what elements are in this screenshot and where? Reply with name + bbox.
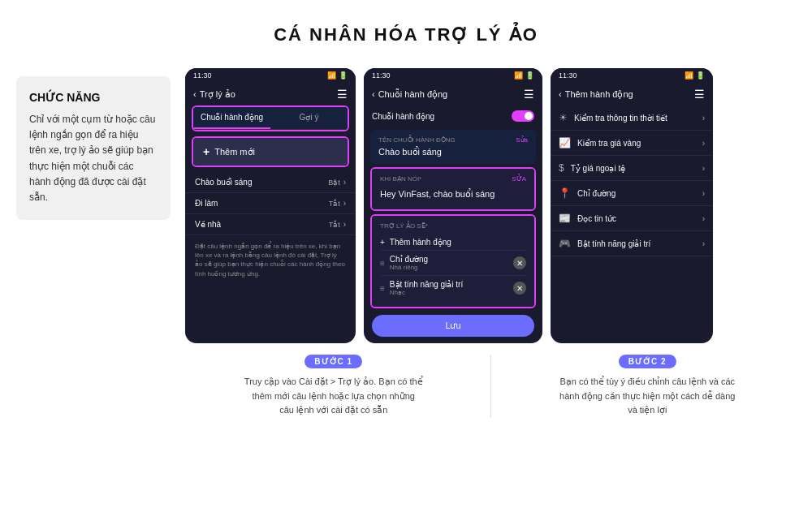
phone1-status-bar: 11:30 📶 🔋 (185, 68, 356, 83)
step2-description: Bạn có thể tùy ý điều chỉnh câu lệnh và … (558, 375, 736, 418)
chain-name-value: Chào buổi sáng (378, 147, 528, 157)
action-list-item[interactable]: 📰 Đọc tin tức › (551, 206, 713, 231)
gold-icon: 📈 (559, 137, 571, 148)
toggle-switch[interactable] (512, 110, 534, 122)
actions-highlight: TRỢ LÝ ẢO SẼ* + Thêm hành động ≡ Chỉ đườ… (370, 214, 536, 308)
step-2: BƯỚC 2 Bạn có thể tùy ý điều chỉnh câu l… (499, 355, 797, 418)
action-list-item[interactable]: $ Tỷ giá ngoại tệ › (551, 156, 713, 181)
trigger-value: Hey VinFast, chào buổi sáng (380, 186, 526, 203)
chain-name-section: TÊN CHUỖI HÀNH ĐỘNG Sửa Chào buổi sáng (370, 130, 536, 164)
page-title: CÁ NHÂN HÓA TRỢ LÝ ẢO (16, 24, 796, 45)
phone1-tabs: Chuỗi hành động Gợi ý (193, 107, 348, 130)
phone3-header: ‹ Thêm hành động ☰ (551, 83, 713, 105)
phone2-back[interactable]: ‹ Chuỗi hành động (372, 89, 447, 100)
back-icon: ‹ (372, 89, 375, 99)
actions-title: TRỢ LÝ ẢO SẼ* (380, 222, 526, 230)
drag-icon: ≡ (380, 284, 385, 293)
tab-suggest[interactable]: Gợi ý (270, 107, 348, 129)
phone2-status-bar: 11:30 📶 🔋 (364, 68, 542, 83)
phone1-time: 11:30 (193, 71, 212, 80)
action-item-2: ≡ Bật tính năng giải trí Nhạc ✕ (380, 275, 526, 300)
chevron-icon: › (343, 178, 346, 187)
chevron-icon: › (343, 220, 346, 229)
phone2: 11:30 📶 🔋 ‹ Chuỗi hành động ☰ (364, 68, 542, 343)
phone2-time: 11:30 (372, 71, 391, 80)
chevron-icon: › (702, 214, 705, 223)
chevron-icon: › (702, 164, 705, 173)
chevron-icon: › (343, 199, 346, 208)
trigger-highlight: KHI BẠN NÓI* Sửa Hey VinFast, chào buổi … (370, 167, 536, 211)
directions-icon: 📍 (559, 187, 571, 199)
phone3-back[interactable]: ‹ Thêm hành động (559, 89, 633, 100)
phone3-status-bar: 11:30 📶 🔋 (551, 68, 713, 83)
page-container: CÁ NHÂN HÓA TRỢ LÝ ẢO CHỨC NĂNG Chỉ với … (0, 0, 812, 442)
chevron-icon: › (702, 189, 705, 198)
phone2-header: ‹ Chuỗi hành động ☰ (364, 83, 542, 105)
phone1-tab-highlight: Chuỗi hành động Gợi ý (192, 105, 349, 131)
drag-icon: ≡ (380, 259, 385, 268)
phone1: 11:30 📶 🔋 ‹ Trợ lý ảo ☰ (185, 68, 356, 343)
phone3: 11:30 📶 🔋 ‹ Thêm hành động ☰ (551, 68, 713, 343)
phone3-time: 11:30 (559, 71, 577, 80)
trigger-title: KHI BẠN NÓI* Sửa (380, 175, 526, 183)
feature-description: Chỉ với một cụm từ hoặc câu lệnh ngắn gọ… (29, 112, 158, 205)
trigger-edit[interactable]: Sửa (512, 175, 526, 183)
back-icon: ‹ (193, 89, 197, 99)
action-list-item[interactable]: 🎮 Bật tính năng giải trí › (551, 231, 713, 256)
step1-badge: BƯỚC 1 (304, 355, 362, 368)
weather-icon: ☀ (559, 112, 568, 123)
phone3-header-icon: ☰ (694, 88, 705, 101)
action-list-item[interactable]: ☀ Kiểm tra thông tin thời tiết › (551, 105, 713, 131)
chain-name-edit[interactable]: Sửa (516, 136, 528, 144)
step2-badge: BƯỚC 2 (619, 355, 676, 368)
remove-action-button[interactable]: ✕ (513, 282, 526, 295)
step-separator (490, 355, 491, 418)
action-list-item[interactable]: 📈 Kiểm tra giá vàng › (551, 131, 713, 156)
currency-icon: $ (559, 162, 564, 174)
chevron-icon: › (702, 239, 705, 248)
chevron-icon: › (702, 139, 705, 148)
entertainment-icon: 🎮 (559, 238, 571, 249)
add-new-label: Thêm mới (214, 147, 255, 157)
news-icon: 📰 (559, 213, 571, 224)
phone3-action-list: ☀ Kiểm tra thông tin thời tiết › 📈 Kiểm … (551, 105, 713, 256)
add-action-button[interactable]: + Thêm hành động (380, 235, 526, 250)
add-new-highlight: + Thêm mới (192, 136, 349, 167)
phone1-header-icon: ☰ (337, 88, 348, 101)
save-button[interactable]: Lưu (372, 315, 534, 337)
steps-area: BƯỚC 1 Truy cập vào Cài đặt > Trợ lý ảo.… (185, 355, 796, 418)
step-1: BƯỚC 1 Truy cập vào Cài đặt > Trợ lý ảo.… (185, 355, 482, 418)
plus-icon: + (203, 145, 209, 158)
feature-box: CHỨC NĂNG Chỉ với một cụm từ hoặc câu lệ… (16, 76, 171, 220)
plus-icon: + (380, 238, 385, 247)
phone1-header: ‹ Trợ lý ảo ☰ (185, 83, 356, 105)
action-item-1: ≡ Chỉ đường Nhà riêng ✕ (380, 250, 526, 275)
toggle-label: Chuỗi hành động (372, 112, 434, 121)
list-item[interactable]: Về nhà Tắt › (185, 214, 356, 235)
step1-description: Truy cập vào Cài đặt > Trợ lý ảo. Bạn có… (244, 375, 423, 418)
tab-chain[interactable]: Chuỗi hành động (193, 107, 270, 129)
chain-name-label: TÊN CHUỖI HÀNH ĐỘNG (378, 136, 456, 144)
phone1-desc: Đặt câu lệnh ngắn gọn để ra hiệu trên xe… (185, 235, 356, 285)
phones-area: 11:30 📶 🔋 ‹ Trợ lý ảo ☰ (185, 68, 796, 418)
phone1-list: Chào buổi sáng Bật › Đi làm Tắt › (185, 172, 356, 235)
phone1-back[interactable]: ‹ Trợ lý ảo (193, 89, 235, 100)
add-new-button[interactable]: + Thêm mới (193, 138, 348, 166)
list-item[interactable]: Đi làm Tắt › (185, 193, 356, 214)
back-icon: ‹ (559, 89, 562, 99)
phones-row: 11:30 📶 🔋 ‹ Trợ lý ảo ☰ (185, 68, 796, 343)
trigger-section: KHI BẠN NÓI* Sửa Hey VinFast, chào buổi … (372, 169, 534, 209)
chevron-icon: › (702, 114, 705, 123)
feature-title: CHỨC NĂNG (29, 91, 158, 104)
actions-section: TRỢ LÝ ẢO SẼ* + Thêm hành động ≡ Chỉ đườ… (372, 216, 534, 307)
action-list-item[interactable]: 📍 Chỉ đường › (551, 181, 713, 206)
content-area: CHỨC NĂNG Chỉ với một cụm từ hoặc câu lệ… (16, 68, 796, 418)
phone2-header-icon: ☰ (524, 88, 534, 101)
list-item[interactable]: Chào buổi sáng Bật › (185, 172, 356, 193)
toggle-row: Chuỗi hành động (364, 105, 542, 127)
phone1-status-icons: 📶 🔋 (327, 71, 348, 80)
remove-action-button[interactable]: ✕ (513, 256, 526, 269)
